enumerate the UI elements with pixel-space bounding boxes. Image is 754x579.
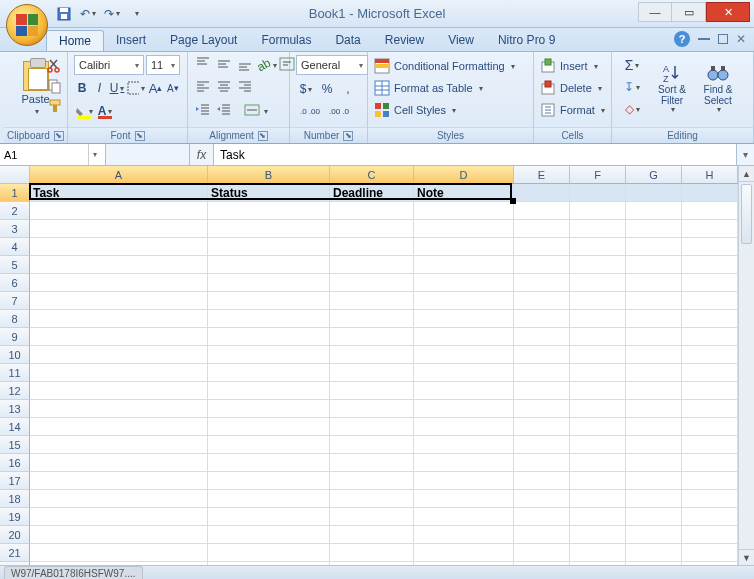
cell-E16[interactable] — [514, 454, 570, 472]
cell-B20[interactable] — [208, 526, 330, 544]
cell-E15[interactable] — [514, 436, 570, 454]
cell-E14[interactable] — [514, 418, 570, 436]
cell-E18[interactable] — [514, 490, 570, 508]
cell-C1[interactable]: Deadline — [330, 184, 414, 202]
row-header-12[interactable]: 12 — [0, 382, 30, 400]
column-header-E[interactable]: E — [514, 166, 570, 184]
cell-B18[interactable] — [208, 490, 330, 508]
row-header-6[interactable]: 6 — [0, 274, 30, 292]
cell-A1[interactable]: Task — [30, 184, 208, 202]
cell-D3[interactable] — [414, 220, 514, 238]
cell-G5[interactable] — [626, 256, 682, 274]
clear-button[interactable]: ◇▾ — [618, 99, 646, 119]
bold-button[interactable]: B — [74, 78, 90, 98]
cell-D12[interactable] — [414, 382, 514, 400]
format-painter-icon[interactable] — [46, 98, 64, 114]
cell-D21[interactable] — [414, 544, 514, 562]
cell-F20[interactable] — [570, 526, 626, 544]
cell-D17[interactable] — [414, 472, 514, 490]
column-header-B[interactable]: B — [208, 166, 330, 184]
cell-F13[interactable] — [570, 400, 626, 418]
scroll-up-button[interactable]: ▲ — [739, 166, 754, 182]
cell-H7[interactable] — [682, 292, 738, 310]
cell-A9[interactable] — [30, 328, 208, 346]
row-header-7[interactable]: 7 — [0, 292, 30, 310]
font-color-button[interactable]: A▾ — [95, 101, 115, 121]
cell-F19[interactable] — [570, 508, 626, 526]
format-cells-button[interactable]: Format▾ — [540, 99, 605, 121]
cell-B10[interactable] — [208, 346, 330, 364]
row-header-20[interactable]: 20 — [0, 526, 30, 544]
align-middle-button[interactable] — [215, 55, 235, 75]
cell-A21[interactable] — [30, 544, 208, 562]
vertical-scrollbar[interactable]: ▲ ▼ — [738, 166, 754, 565]
cell-H11[interactable] — [682, 364, 738, 382]
tab-home[interactable]: Home — [46, 30, 104, 51]
cell-F11[interactable] — [570, 364, 626, 382]
minimize-button[interactable]: — — [638, 2, 672, 22]
tab-view[interactable]: View — [436, 30, 486, 51]
cell-E22[interactable] — [514, 562, 570, 565]
cell-C9[interactable] — [330, 328, 414, 346]
cell-D13[interactable] — [414, 400, 514, 418]
cell-G12[interactable] — [626, 382, 682, 400]
cell-E6[interactable] — [514, 274, 570, 292]
cell-C19[interactable] — [330, 508, 414, 526]
maximize-button[interactable]: ▭ — [672, 2, 706, 22]
row-header-19[interactable]: 19 — [0, 508, 30, 526]
cell-G10[interactable] — [626, 346, 682, 364]
column-header-F[interactable]: F — [570, 166, 626, 184]
align-bottom-button[interactable] — [236, 55, 256, 75]
column-header-C[interactable]: C — [330, 166, 414, 184]
cell-F6[interactable] — [570, 274, 626, 292]
cell-F8[interactable] — [570, 310, 626, 328]
cell-E20[interactable] — [514, 526, 570, 544]
cell-C20[interactable] — [330, 526, 414, 544]
cell-E2[interactable] — [514, 202, 570, 220]
find-select-button[interactable]: Find & Select▾ — [696, 55, 740, 121]
cell-B22[interactable] — [208, 562, 330, 565]
cell-H22[interactable] — [682, 562, 738, 565]
row-header-8[interactable]: 8 — [0, 310, 30, 328]
cell-E5[interactable] — [514, 256, 570, 274]
cell-A4[interactable] — [30, 238, 208, 256]
currency-button[interactable]: $▾ — [296, 79, 316, 99]
increase-indent-button[interactable] — [215, 101, 235, 121]
decrease-decimal-button[interactable]: .00 .0 — [325, 101, 353, 121]
column-header-D[interactable]: D — [414, 166, 514, 184]
tab-page-layout[interactable]: Page Layout — [158, 30, 249, 51]
cell-A7[interactable] — [30, 292, 208, 310]
column-header-A[interactable]: A — [30, 166, 208, 184]
cell-C4[interactable] — [330, 238, 414, 256]
cell-C18[interactable] — [330, 490, 414, 508]
cell-B5[interactable] — [208, 256, 330, 274]
cell-E12[interactable] — [514, 382, 570, 400]
cell-D8[interactable] — [414, 310, 514, 328]
grow-font-button[interactable]: A▴ — [147, 78, 163, 98]
cell-H5[interactable] — [682, 256, 738, 274]
close-button[interactable]: ✕ — [706, 2, 750, 22]
cell-E10[interactable] — [514, 346, 570, 364]
insert-function-button[interactable]: fx — [190, 144, 214, 165]
cell-C21[interactable] — [330, 544, 414, 562]
cell-A5[interactable] — [30, 256, 208, 274]
decrease-indent-button[interactable] — [194, 101, 214, 121]
cell-C2[interactable] — [330, 202, 414, 220]
qat-customize-button[interactable]: ▾ — [126, 4, 146, 24]
cell-B14[interactable] — [208, 418, 330, 436]
align-left-button[interactable] — [194, 78, 214, 98]
cell-E3[interactable] — [514, 220, 570, 238]
cell-F12[interactable] — [570, 382, 626, 400]
cell-D14[interactable] — [414, 418, 514, 436]
cell-F5[interactable] — [570, 256, 626, 274]
cell-E21[interactable] — [514, 544, 570, 562]
cell-E13[interactable] — [514, 400, 570, 418]
cell-H13[interactable] — [682, 400, 738, 418]
cell-G14[interactable] — [626, 418, 682, 436]
underline-button[interactable]: U▾ — [109, 78, 126, 98]
cell-G11[interactable] — [626, 364, 682, 382]
cell-A22[interactable] — [30, 562, 208, 565]
cell-F22[interactable] — [570, 562, 626, 565]
cell-G15[interactable] — [626, 436, 682, 454]
cell-A16[interactable] — [30, 454, 208, 472]
